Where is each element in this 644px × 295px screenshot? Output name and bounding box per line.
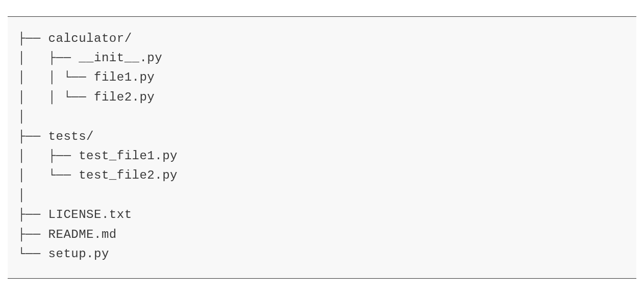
tree-line: ├── README.md xyxy=(18,225,626,244)
directory-tree-block: ├── calculator/ │ ├── __init__.py │ │ └─… xyxy=(8,16,636,279)
tree-line: │ ├── test_file1.py xyxy=(18,146,626,166)
tree-line: │ ├── __init__.py xyxy=(18,48,626,68)
tree-line: │ │ └── file1.py xyxy=(18,68,626,87)
tree-line: └── setup.py xyxy=(18,244,626,264)
tree-line: │ xyxy=(18,186,626,205)
tree-line: ├── LICENSE.txt xyxy=(18,205,626,225)
tree-line: ├── tests/ xyxy=(18,127,626,146)
tree-line: ├── calculator/ xyxy=(18,29,626,48)
tree-line: │ │ └── file2.py xyxy=(18,88,626,107)
tree-line: │ └── test_file2.py xyxy=(18,166,626,185)
tree-line: │ xyxy=(18,107,626,127)
